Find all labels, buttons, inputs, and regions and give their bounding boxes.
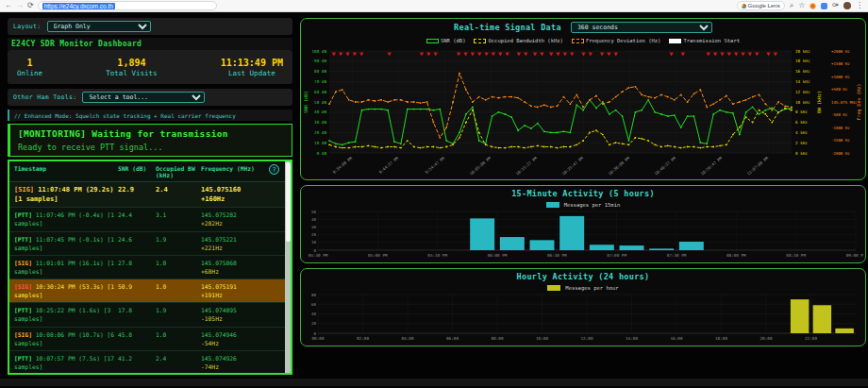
monitoring-status-box: [MONITORING] Waiting for transmission Re… — [8, 124, 292, 157]
svg-text:20 kHz: 20 kHz — [795, 49, 810, 54]
reload-icon[interactable]: ⟳ — [27, 2, 34, 9]
svg-text:BW (kHz): BW (kHz) — [816, 91, 822, 113]
svg-text:145.075 MHz: 145.075 MHz — [831, 100, 858, 105]
table-row[interactable]: [PTT] 11:07:46 PM (-0.4s) [1 samples]24.… — [9, 208, 291, 231]
url-text: https://e24cy.dxcom.co.th — [42, 3, 115, 9]
svg-text:SNR (dB): SNR (dB) — [303, 91, 309, 113]
svg-text:20 dB: 20 dB — [314, 130, 326, 135]
table-header: Timestamp SNR (dB) Occupied BW (kHz) Fre… — [9, 161, 291, 182]
svg-text:18 kHz: 18 kHz — [795, 59, 810, 63]
svg-text:04:30 PM: 04:30 PM — [309, 253, 328, 258]
extensions-puzzle-icon[interactable]: ⚩ — [832, 2, 839, 9]
extension-icon-orange[interactable] — [810, 3, 816, 9]
layout-bar: Layout: Graph Only — [8, 18, 292, 35]
visits-count: 1,894 — [106, 58, 157, 68]
bookmark-star-icon[interactable]: ☆ — [798, 2, 805, 9]
search-icon[interactable]: ⌕ — [790, 2, 793, 9]
back-icon[interactable]: ← — [5, 2, 12, 9]
activity-hourly-legend: Messages per hour — [301, 283, 865, 292]
last-update-time: 11:13:49 PM — [221, 58, 283, 68]
time-range-select[interactable]: 360 seconds — [571, 22, 712, 33]
google-lens-chip[interactable]: Google Lens — [737, 1, 785, 10]
msg-hourly-swatch — [547, 285, 560, 291]
stat-last-update: 11:13:49 PM Last Update — [221, 58, 283, 77]
stat-online: 1 Online — [17, 58, 42, 77]
table-row[interactable]: [PTT] 11:07:45 PM (-0.1s) [1 samples]24.… — [9, 232, 291, 256]
screen: ← → ⟳ https://e24cy.dxcom.co.th Google L… — [0, 0, 868, 388]
activity-hourly-header: Hourly Activity (24 hours) — [301, 269, 865, 283]
activity-bar — [649, 248, 674, 250]
table-row[interactable]: [SIG] 11:07:48 PM (29.2s) [1 samples]22.… — [9, 182, 291, 208]
table-row[interactable]: [SIG] 10:08:06 PM (10.7s) [6 samples]45.… — [9, 328, 291, 351]
tx-start-swatch — [669, 39, 681, 43]
scrollbar-thumb[interactable] — [286, 162, 291, 242]
svg-text:50 dB: 50 dB — [314, 100, 326, 105]
svg-text:8 kHz: 8 kHz — [795, 110, 808, 114]
online-label: Online — [17, 69, 42, 77]
svg-text:20: 20 — [311, 321, 317, 326]
table-row[interactable]: [PTT] 10:25:22 PM (1.6s) [3 samples]17.8… — [9, 303, 291, 327]
svg-text:16:00: 16:00 — [671, 336, 683, 341]
svg-text:40 dB: 40 dB — [314, 110, 326, 114]
svg-text:-500 Hz: -500 Hz — [831, 112, 848, 117]
signal-chart: 100 dB20 kHz90 dB18 kHz80 dB16 kHz70 dB1… — [301, 45, 863, 177]
browser-actions: Google Lens ⌕ ☆ ⚩ ⋮ — [737, 1, 863, 10]
browser-menu-icon[interactable]: ⋮ — [856, 2, 863, 9]
dashboard-page: Layout: Graph Only E24CY SDR Monitor Das… — [0, 12, 868, 388]
svg-text:30: 30 — [311, 225, 317, 229]
svg-text:-1000 Hz: -1000 Hz — [831, 126, 850, 130]
help-button[interactable]: ? — [269, 164, 279, 175]
svg-text:80 dB: 80 dB — [314, 69, 326, 74]
activity-bar — [470, 218, 494, 250]
forward-icon[interactable]: → — [16, 2, 24, 9]
legend-freq-dev: Frequency Deviation (Hz) — [572, 38, 660, 43]
enhanced-mode-note: // Enhanced Mode: Squelch state tracking… — [8, 110, 292, 121]
table-row[interactable]: [SIG] 10:30:24 PM (53.3s) [1 samples]50.… — [9, 279, 291, 303]
svg-text:06:00 PM: 06:00 PM — [488, 253, 508, 258]
svg-text:05:30 PM: 05:30 PM — [427, 253, 447, 258]
svg-text:9:34:08 PM: 9:34:08 PM — [332, 156, 354, 175]
layout-select[interactable]: Graph Only — [47, 21, 151, 32]
svg-text:9:54:47 PM: 9:54:47 PM — [425, 156, 446, 175]
table-row[interactable]: [SIG] 11:01:01 PM (16.1s) [1 samples]27.… — [9, 256, 291, 279]
svg-text:40: 40 — [311, 312, 317, 316]
svg-text:18:00: 18:00 — [715, 336, 727, 341]
svg-text:6 kHz: 6 kHz — [795, 120, 808, 125]
monitoring-status-line: [MONITORING] Waiting for transmission — [18, 128, 284, 139]
profile-avatar[interactable] — [843, 2, 851, 9]
svg-text:09:00 PM: 09:00 PM — [846, 253, 863, 258]
page-title: E24CY SDR Monitor Dashboard — [8, 38, 292, 50]
svg-text:11:07:08 PM: 11:07:08 PM — [746, 156, 770, 177]
signal-chart-title: Real-time Signal Data — [454, 23, 561, 32]
stat-visits: 1,894 Total Visits — [106, 58, 157, 77]
msg-15min-swatch — [546, 202, 559, 208]
table-row[interactable]: [PTT] 10:07:57 PM (7.5s) [17 samples]41.… — [9, 351, 291, 375]
svg-text:+500 Hz: +500 Hz — [831, 87, 848, 92]
legend-snr: SNR (dB) — [426, 38, 466, 43]
svg-text:50: 50 — [311, 210, 317, 214]
activity-bar — [500, 237, 525, 250]
col-bw: Occupied BW (kHz) — [156, 165, 201, 178]
svg-text:00:00: 00:00 — [312, 336, 325, 341]
svg-text:10:46:27 PM: 10:46:27 PM — [654, 156, 677, 177]
svg-text:08:00 PM: 08:00 PM — [726, 253, 746, 258]
extension-icon-blue[interactable] — [821, 3, 827, 9]
svg-text:90 dB: 90 dB — [314, 59, 326, 63]
activity-15min-chart: 0102030405004:30 PM05:00 PM05:30 PM06:00… — [301, 209, 863, 261]
activity-hourly-panel: Hourly Activity (24 hours) Messages per … — [300, 268, 866, 346]
svg-text:08:30 PM: 08:30 PM — [786, 253, 806, 258]
bandwidth-swatch — [474, 39, 486, 43]
lens-icon — [742, 4, 746, 8]
activity-bar — [530, 240, 555, 250]
browser-toolbar: ← → ⟳ https://e24cy.dxcom.co.th Google L… — [0, 0, 868, 12]
activity-15min-panel: 15-Minute Activity (5 hours) Messages pe… — [300, 185, 866, 263]
table-scrollbar[interactable] — [285, 161, 291, 373]
activity-15min-legend: Messages per 15min — [301, 200, 865, 209]
svg-text:+1000 Hz: +1000 Hz — [831, 75, 850, 79]
svg-text:10:00: 10:00 — [536, 336, 548, 341]
svg-text:10 kHz: 10 kHz — [795, 100, 810, 105]
url-bar[interactable]: https://e24cy.dxcom.co.th — [38, 1, 217, 10]
activity-hourly-chart: 02040608000:0002:0004:0006:0008:0010:001… — [301, 292, 863, 344]
svg-text:0: 0 — [313, 331, 316, 336]
tools-select[interactable]: Select a tool... — [82, 92, 205, 103]
